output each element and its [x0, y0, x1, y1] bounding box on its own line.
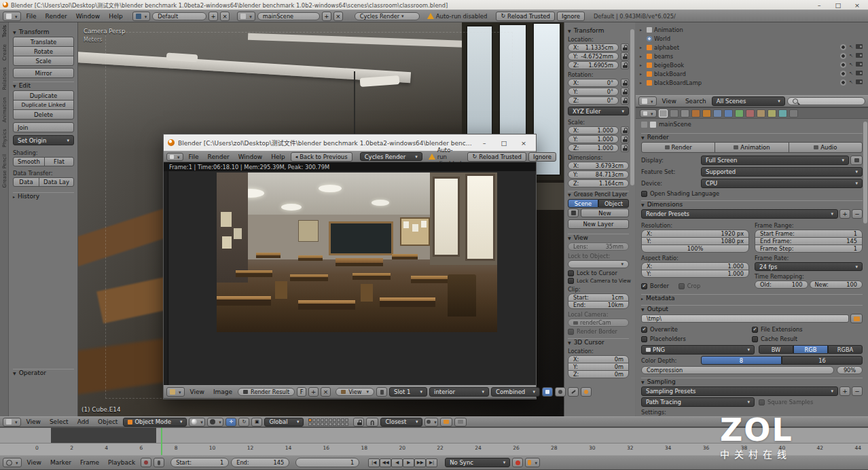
layout-delete-button[interactable]: × [220, 12, 230, 21]
file-browse-button[interactable] [850, 314, 863, 323]
osl-checkbox[interactable] [641, 191, 647, 197]
lock-icon[interactable] [621, 135, 629, 143]
camera-restrict-icon[interactable] [856, 53, 863, 58]
depth-8-button[interactable]: 8 [701, 356, 782, 365]
play-button[interactable]: ▶ [403, 458, 414, 467]
display-extra-button[interactable] [850, 156, 863, 165]
render-pass-select[interactable]: Combined [491, 387, 540, 397]
clip-end-field[interactable]: End:10km [568, 301, 629, 309]
render-window-titlebar[interactable]: Blender [C:\Users\zol\Desktop\测试文件\blend… [164, 134, 536, 151]
location-y-field[interactable]: Y:-4.6752mm [568, 52, 619, 60]
aspect-y-field[interactable]: Y:1.000 [641, 270, 749, 278]
render-button[interactable]: Render [641, 142, 715, 153]
menu-view[interactable]: View [23, 418, 44, 425]
device-select[interactable]: CPU [701, 179, 863, 188]
scale-x-field[interactable]: X:1.000 [568, 126, 619, 134]
play-reverse-button[interactable]: ◀ [391, 458, 403, 467]
menu-view[interactable]: View [24, 459, 45, 466]
minimize-button[interactable]: – [476, 139, 492, 147]
menu-file[interactable]: File [23, 13, 40, 20]
lock-object-field[interactable]: ▾ [568, 260, 629, 268]
image-paint-mode-button[interactable] [542, 387, 553, 397]
manipulator-scale-button[interactable]: ▣ [251, 418, 262, 427]
lock-icon[interactable] [621, 61, 629, 69]
menu-add[interactable]: Add [74, 418, 92, 425]
outliner-row[interactable]: ▸blackBoard↖ [636, 69, 868, 78]
lens-field[interactable]: Lens:35mm [568, 242, 629, 251]
rotation-y-field[interactable]: Y:0° [568, 88, 619, 96]
depth-16-button[interactable]: 16 [782, 356, 863, 365]
render-border-checkbox[interactable] [568, 329, 574, 335]
feature-set-select[interactable]: Supported [701, 167, 863, 177]
cursor-panel-header[interactable]: 3D Cursor [568, 338, 629, 346]
rotation-x-field[interactable]: X:0° [568, 79, 619, 87]
operator-panel-header[interactable]: Operator [13, 369, 74, 376]
mode-select[interactable]: Object Mode [123, 418, 187, 427]
n-panel-scrollbar[interactable] [630, 29, 634, 185]
outliner-row[interactable]: ▸beigeBook↖ [636, 60, 868, 69]
eye-icon[interactable] [840, 53, 846, 59]
camera-restrict-icon[interactable] [856, 71, 863, 75]
menu-help[interactable]: Help [268, 153, 289, 160]
eye-icon[interactable] [840, 62, 846, 68]
tab-data[interactable] [735, 109, 744, 118]
expand-icon[interactable]: ▸ [640, 54, 645, 58]
scale-z-field[interactable]: Z:1.000 [568, 144, 619, 152]
crop-checkbox[interactable] [679, 283, 685, 289]
back-to-previous-button[interactable]: ◂Back to Previous [291, 152, 352, 162]
editor-type-button[interactable] [3, 418, 21, 427]
keying-set-select[interactable] [525, 458, 540, 467]
expand-icon[interactable]: ▸ [640, 80, 645, 85]
menu-frame[interactable]: Frame [77, 459, 103, 466]
outliner-display-select[interactable]: All Scenes [712, 96, 785, 106]
camera-restrict-icon[interactable] [856, 44, 863, 49]
render-slot-select[interactable]: Slot 1 [389, 387, 427, 397]
channels-rgb-button[interactable]: RGB [793, 345, 828, 354]
os-titlebar[interactable]: Blender [C:\Users\zol\Desktop\测试文件\blend… [0, 0, 868, 10]
editor-type-button[interactable] [3, 458, 22, 467]
editor-type-button[interactable] [3, 12, 21, 21]
pivot-select[interactable] [207, 418, 223, 427]
scale-button[interactable]: Scale [13, 56, 74, 66]
editor-type-button[interactable] [638, 96, 657, 106]
sample-color-button[interactable] [581, 387, 592, 397]
screen-layout-field[interactable]: Default [152, 12, 206, 20]
maximize-button[interactable]: □ [830, 1, 846, 9]
duplicate-linked-button[interactable]: Duplicate Linked [13, 100, 74, 110]
lock-camera-checkbox[interactable] [568, 278, 574, 284]
border-checkbox[interactable] [641, 283, 647, 289]
breadcrumb-back-icon[interactable] [641, 122, 647, 128]
integrator-select[interactable]: Path Tracing [641, 397, 755, 407]
cursor-select-icon[interactable]: ↖ [849, 62, 853, 68]
rotation-mode-select[interactable]: XYZ Euler [568, 107, 629, 115]
scene-field[interactable]: mainScene [257, 12, 320, 20]
lock-icon[interactable] [621, 126, 629, 134]
display-channels-select[interactable]: View [336, 388, 374, 396]
image-datablock-field[interactable]: Render Result [238, 388, 295, 396]
lock-icon[interactable] [621, 96, 629, 105]
preset-remove-button[interactable]: − [852, 386, 863, 396]
layout-add-button[interactable]: + [209, 12, 218, 21]
expand-icon[interactable]: ▸ [640, 62, 645, 67]
tab-texture[interactable] [757, 109, 765, 118]
placeholders-checkbox[interactable] [641, 336, 647, 342]
camera-restrict-icon[interactable] [856, 79, 863, 84]
duplicate-button[interactable]: Duplicate [13, 90, 74, 101]
scene-icon-button[interactable] [237, 12, 255, 21]
menu-window[interactable]: Window [235, 153, 266, 160]
close-button[interactable]: × [849, 1, 865, 9]
edit-panel-header[interactable]: Edit [13, 82, 74, 89]
gp-new-layer-button[interactable]: New Layer [568, 219, 629, 229]
translate-button[interactable]: Translate [13, 37, 74, 47]
current-frame-marker[interactable] [161, 428, 162, 456]
outliner-row[interactable]: ▸Animation [636, 25, 868, 34]
eye-icon[interactable] [840, 44, 846, 50]
data-button[interactable]: Data [13, 177, 39, 187]
gp-new-button[interactable]: New [581, 209, 629, 217]
gp-draw-icon-button[interactable] [568, 209, 579, 217]
lock-scene-button[interactable] [353, 418, 364, 427]
record-button[interactable] [512, 458, 523, 467]
expand-icon[interactable]: ▸ [640, 27, 645, 32]
scene-add-button[interactable]: + [322, 12, 331, 21]
expand-icon[interactable]: ▸ [640, 71, 645, 76]
